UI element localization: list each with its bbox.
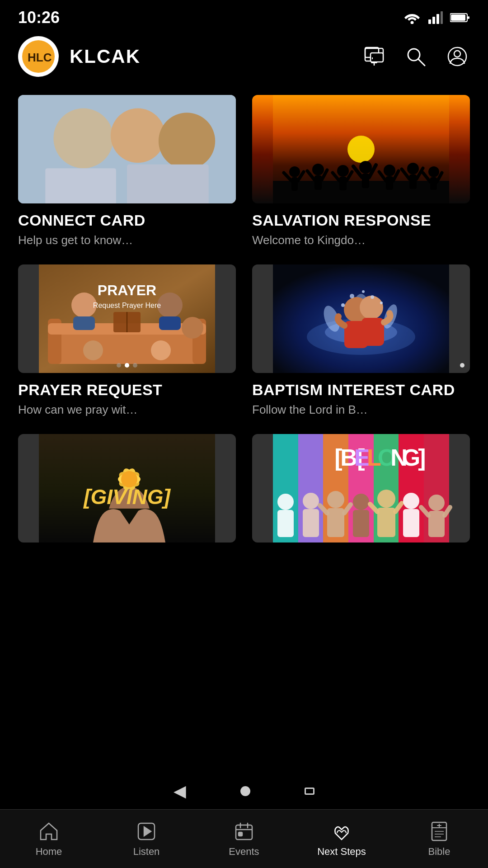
svg-point-71 bbox=[182, 317, 203, 339]
salvation-illustration bbox=[252, 95, 470, 203]
hands-icon bbox=[331, 821, 352, 842]
svg-point-30 bbox=[347, 136, 375, 163]
salvation-response-card[interactable]: SALVATION RESPONSE Welcome to Kingdo… bbox=[252, 95, 470, 248]
svg-point-48 bbox=[384, 165, 395, 176]
svg-point-88 bbox=[350, 294, 354, 298]
svg-rect-37 bbox=[314, 175, 322, 190]
svg-rect-33 bbox=[291, 177, 298, 191]
giving-card[interactable]: [GIVING] bbox=[18, 434, 236, 542]
signal-icon bbox=[428, 11, 443, 24]
svg-rect-28 bbox=[113, 166, 141, 186]
svg-rect-85 bbox=[361, 318, 384, 346]
svg-point-69 bbox=[83, 340, 103, 360]
logo-svg: HLC bbox=[25, 45, 52, 68]
recents-button[interactable] bbox=[305, 788, 314, 795]
nav-events[interactable]: Events bbox=[195, 810, 293, 868]
connect-card-image bbox=[18, 95, 236, 203]
nav-events-label: Events bbox=[229, 846, 259, 858]
svg-rect-141 bbox=[239, 832, 242, 836]
svg-text:]: ] bbox=[418, 444, 426, 471]
svg-point-122 bbox=[428, 495, 445, 511]
svg-point-18 bbox=[454, 51, 460, 57]
baptism-card-title: BAPTISM INTEREST CARD bbox=[252, 381, 470, 399]
prayer-card-image: PRAYER Request Prayer Here bbox=[18, 264, 236, 373]
svg-rect-20 bbox=[57, 167, 197, 203]
svg-point-23 bbox=[113, 117, 145, 150]
svg-point-120 bbox=[403, 493, 419, 509]
svg-point-44 bbox=[359, 161, 372, 174]
svg-point-90 bbox=[362, 290, 365, 293]
svg-point-52 bbox=[407, 163, 419, 175]
nav-bible[interactable]: Bible bbox=[390, 810, 488, 868]
battery-icon bbox=[450, 12, 470, 23]
status-time: 10:26 bbox=[18, 8, 60, 27]
connect-card-subtitle: Help us get to know… bbox=[18, 233, 236, 248]
svg-rect-2 bbox=[432, 17, 435, 24]
belong-card-image: [ [ B E L O N G ] bbox=[252, 434, 470, 542]
back-button[interactable]: ◀ bbox=[174, 782, 186, 801]
home-button[interactable] bbox=[240, 786, 250, 796]
app-title: KLCAK bbox=[70, 46, 361, 67]
prayer-card-subtitle: How can we pray wit… bbox=[18, 402, 236, 418]
svg-rect-107 bbox=[277, 510, 294, 537]
svg-point-106 bbox=[277, 494, 294, 510]
svg-rect-66 bbox=[73, 316, 95, 330]
belong-card[interactable]: [ [ B E L O N G ] bbox=[252, 434, 470, 542]
wifi-icon bbox=[403, 11, 421, 24]
connect-card[interactable]: CONNECT CARD Help us get to know… bbox=[18, 95, 236, 248]
nav-bible-label: Bible bbox=[428, 846, 450, 858]
svg-rect-27 bbox=[111, 165, 143, 188]
svg-rect-7 bbox=[468, 16, 469, 19]
salvation-card-subtitle: Welcome to Kingdo… bbox=[252, 233, 470, 248]
svg-point-83 bbox=[360, 296, 383, 319]
svg-rect-6 bbox=[451, 14, 465, 21]
message-icon-button[interactable] bbox=[361, 44, 387, 69]
image-dots bbox=[117, 363, 137, 368]
svg-point-0 bbox=[411, 21, 414, 24]
baptism-card-subtitle: Follow the Lord in B… bbox=[252, 402, 470, 418]
prayer-card-title: PRAYER REQUEST bbox=[18, 381, 236, 399]
nav-listen[interactable]: Listen bbox=[98, 810, 195, 868]
svg-point-86 bbox=[341, 303, 345, 307]
salvation-card-image bbox=[252, 95, 470, 203]
svg-rect-49 bbox=[386, 176, 393, 190]
svg-rect-53 bbox=[409, 175, 417, 189]
nav-home[interactable]: Home bbox=[0, 810, 98, 868]
svg-text:Request Prayer Here: Request Prayer Here bbox=[93, 302, 161, 309]
giving-card-image: [GIVING] bbox=[18, 434, 236, 542]
nav-next-steps-label: Next Steps bbox=[317, 846, 366, 858]
logo-circle[interactable]: HLC bbox=[18, 36, 59, 77]
svg-point-56 bbox=[428, 166, 439, 177]
profile-icon-button[interactable] bbox=[445, 44, 470, 69]
svg-point-108 bbox=[303, 493, 319, 509]
search-icon bbox=[405, 46, 427, 67]
baptism-dot-indicator bbox=[460, 363, 465, 368]
connect-card-illustration bbox=[18, 95, 236, 203]
card-grid: CONNECT CARD Help us get to know… bbox=[0, 81, 488, 556]
nav-next-steps[interactable]: Next Steps bbox=[293, 810, 390, 868]
message-icon bbox=[363, 46, 385, 67]
svg-point-67 bbox=[157, 292, 183, 318]
svg-rect-1 bbox=[428, 19, 431, 24]
nav-home-label: Home bbox=[36, 846, 62, 858]
svg-point-40 bbox=[337, 165, 349, 177]
salvation-scene bbox=[252, 95, 470, 203]
search-icon-button[interactable] bbox=[403, 44, 428, 69]
prayer-request-card[interactable]: PRAYER Request Prayer Here PRAYER REQUES… bbox=[18, 264, 236, 418]
svg-rect-111 bbox=[327, 508, 344, 537]
svg-point-36 bbox=[312, 164, 324, 175]
svg-text:PRAYER: PRAYER bbox=[98, 282, 156, 298]
svg-rect-3 bbox=[436, 14, 439, 24]
svg-marker-136 bbox=[144, 827, 151, 836]
calendar-icon bbox=[233, 821, 255, 842]
svg-rect-117 bbox=[377, 508, 395, 537]
svg-rect-68 bbox=[159, 316, 181, 330]
svg-rect-4 bbox=[441, 11, 443, 24]
baptism-card[interactable]: BAPTISM INTEREST CARD Follow the Lord in… bbox=[252, 264, 470, 418]
bottom-nav: Home Listen Events Next Steps bbox=[0, 809, 488, 868]
home-icon bbox=[38, 821, 60, 842]
svg-point-116 bbox=[377, 490, 395, 508]
svg-text:G: G bbox=[402, 444, 420, 471]
header-icons bbox=[361, 44, 470, 69]
status-bar: 10:26 bbox=[0, 0, 488, 32]
